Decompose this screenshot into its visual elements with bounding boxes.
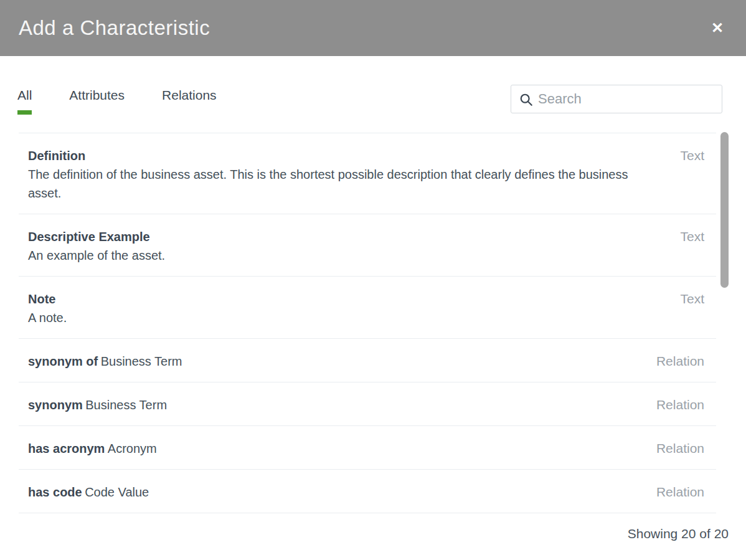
relation-name: synonym of bbox=[28, 354, 98, 368]
characteristic-description: A note. bbox=[28, 308, 654, 327]
item-main: Descriptive Example An example of the as… bbox=[28, 227, 668, 265]
item-main: Note A note. bbox=[28, 290, 668, 327]
item-main: synonym of Business Term bbox=[28, 352, 644, 371]
list-item-has-code[interactable]: has code Code Value Relation bbox=[19, 470, 716, 513]
item-main: has acronym Acronym bbox=[28, 439, 644, 458]
relation-target: Code Value bbox=[85, 485, 149, 499]
list-item-definition[interactable]: Definition The definition of the busines… bbox=[19, 133, 716, 214]
relation-target: Acronym bbox=[108, 442, 157, 455]
item-main: Definition The definition of the busines… bbox=[28, 146, 668, 202]
search-input[interactable] bbox=[511, 85, 722, 113]
scrollbar-thumb[interactable] bbox=[720, 132, 729, 288]
characteristic-description: The definition of the business asset. Th… bbox=[28, 165, 654, 202]
tab-bar: All Attributes Relations bbox=[17, 85, 254, 115]
add-characteristic-dialog: Add a Characteristic ✕ All Attributes Re… bbox=[0, 0, 746, 560]
characteristic-type-label: Relation bbox=[644, 483, 704, 501]
relation-name: has code bbox=[28, 485, 82, 499]
list-item-descriptive-example[interactable]: Descriptive Example An example of the as… bbox=[19, 214, 716, 277]
characteristic-type-label: Text bbox=[668, 146, 704, 165]
relation-name: has acronym bbox=[28, 442, 105, 455]
list-item-has-acronym[interactable]: has acronym Acronym Relation bbox=[19, 426, 716, 470]
list-item-synonym-of[interactable]: synonym of Business Term Relation bbox=[19, 339, 716, 382]
characteristic-type-label: Relation bbox=[644, 396, 704, 414]
characteristic-type-label: Relation bbox=[644, 352, 704, 371]
characteristic-name: Descriptive Example bbox=[28, 227, 668, 246]
list-item-synonym[interactable]: synonym Business Term Relation bbox=[19, 382, 716, 426]
dialog-header: Add a Characteristic ✕ bbox=[0, 0, 746, 56]
relation-target: Business Term bbox=[85, 398, 167, 412]
relation-target: Business Term bbox=[101, 354, 182, 368]
search-icon bbox=[519, 93, 533, 107]
characteristic-description: An example of the asset. bbox=[28, 246, 654, 265]
characteristic-type-label: Relation bbox=[644, 439, 704, 458]
characteristic-name: Definition bbox=[28, 146, 668, 165]
tab-relations[interactable]: Relations bbox=[162, 88, 217, 115]
characteristics-list: Definition The definition of the busines… bbox=[19, 133, 716, 513]
search-box bbox=[511, 85, 722, 113]
result-count: Showing 20 of 20 bbox=[19, 524, 729, 543]
close-icon[interactable]: ✕ bbox=[709, 18, 726, 38]
list-item-note[interactable]: Note A note. Text bbox=[19, 277, 716, 339]
tab-all[interactable]: All bbox=[17, 88, 32, 115]
characteristic-name: Note bbox=[28, 290, 668, 308]
item-main: synonym Business Term bbox=[28, 396, 644, 414]
toolbar: All Attributes Relations bbox=[0, 56, 746, 115]
characteristic-type-label: Text bbox=[668, 227, 704, 246]
dialog-title: Add a Characteristic bbox=[19, 16, 210, 40]
item-main: has code Code Value bbox=[28, 483, 644, 501]
tab-attributes[interactable]: Attributes bbox=[69, 88, 125, 115]
characteristic-type-label: Text bbox=[668, 290, 704, 308]
relation-name: synonym bbox=[28, 398, 83, 412]
